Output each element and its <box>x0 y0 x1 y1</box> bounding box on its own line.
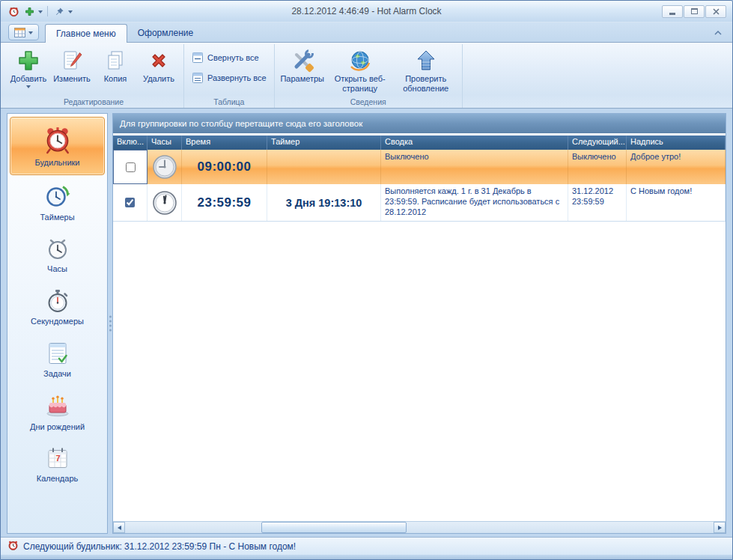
scrollbar-thumb[interactable] <box>261 522 407 533</box>
column-header-summary[interactable]: Сводка <box>381 136 568 150</box>
window-frame-bottom <box>1 555 732 559</box>
sidebar-item-label: Таймеры <box>40 213 74 222</box>
pin-icon <box>55 7 64 16</box>
status-bar: Следующий будильник: 31.12.2012 23:59:59… <box>1 537 732 555</box>
collapse-all-label: Свернуть все <box>207 53 259 62</box>
sidebar-item-clocks[interactable]: Часы <box>10 229 105 280</box>
close-icon <box>713 8 720 15</box>
quick-add-button[interactable] <box>22 4 36 18</box>
alarm-1-enabled-checkbox[interactable] <box>126 162 136 172</box>
app-icon <box>7 4 20 18</box>
sidebar-item-birthdays[interactable]: Дни рождений <box>10 386 105 437</box>
alarm-2-clock-cell <box>147 184 182 221</box>
tab-appearance[interactable]: Оформление <box>127 24 204 42</box>
splitter-grip-icon <box>109 314 112 334</box>
column-header-next[interactable]: Следующий... <box>568 136 627 150</box>
triangle-left-icon <box>115 526 121 530</box>
ribbon-tab-row: Главное меню Оформление <box>1 22 732 43</box>
status-text: Следующий будильник: 31.12.2012 23:59:59… <box>23 541 296 552</box>
sidebar-item-label: Дни рождений <box>30 422 85 431</box>
birthday-cake-icon <box>45 393 70 420</box>
alarm-1-timer <box>267 150 381 184</box>
alarm-2-enabled-checkbox[interactable] <box>125 198 135 207</box>
add-icon <box>17 47 40 74</box>
sidebar-item-calendar[interactable]: 7 Календарь <box>10 439 105 490</box>
chevron-down-icon[interactable] <box>38 10 43 16</box>
chevron-down-icon <box>26 85 31 91</box>
edit-button[interactable]: Изменить <box>50 46 94 97</box>
alarm-2-caption: С Новым годом! <box>627 184 726 221</box>
svg-text:7: 7 <box>55 454 60 463</box>
group-label-info: Сведения <box>275 97 462 106</box>
sidebar-item-alarms[interactable]: Будильники <box>10 117 105 175</box>
maximize-icon <box>691 8 698 14</box>
tab-main-menu[interactable]: Главное меню <box>45 24 127 43</box>
expand-all-button[interactable]: Развернуть все <box>192 72 267 84</box>
application-menu-button[interactable] <box>8 24 39 40</box>
alarm-2-summary: Выполняется кажд. 1 г. в 31 Декабрь в 23… <box>381 184 568 221</box>
alarm-row-1[interactable]: 09:00:00 Выключено Выключено Доброе утро… <box>113 150 726 184</box>
collapse-all-icon <box>192 52 204 64</box>
expand-all-label: Развернуть все <box>207 73 267 82</box>
ribbon-group-table: Свернуть все Развернуть все Таблица <box>184 44 275 108</box>
tasks-icon <box>46 341 69 367</box>
check-update-button[interactable]: Проверить обновление <box>393 46 459 97</box>
parameters-label: Параметры <box>280 74 324 84</box>
sidebar: Будильники Таймеры Часы Секундомеры <box>7 113 108 534</box>
sidebar-item-tasks[interactable]: Задачи <box>10 334 105 385</box>
group-label-editing: Редактирование <box>4 97 183 106</box>
chevron-down-icon[interactable] <box>68 10 73 16</box>
maximize-button[interactable] <box>684 5 705 18</box>
delete-button[interactable]: Удалить <box>137 46 180 97</box>
alarm-2-next: 31.12.2012 23:59:59 <box>568 184 627 221</box>
hot-alarm-clock-window: 28.12.2012 4:46:49 - Hot Alarm Clock Гла… <box>0 0 733 560</box>
tools-icon <box>291 47 314 74</box>
horizontal-scrollbar[interactable] <box>113 521 726 533</box>
expand-all-icon <box>192 72 204 84</box>
collapse-all-button[interactable]: Свернуть все <box>192 52 267 64</box>
close-button[interactable] <box>705 5 726 18</box>
copy-button[interactable]: Копия <box>94 46 137 97</box>
scroll-left-button[interactable] <box>113 522 125 533</box>
parameters-button[interactable]: Параметры <box>278 46 327 97</box>
open-web-page-label: Открыть веб-страницу <box>327 74 393 93</box>
alarm-2-enabled-cell <box>113 184 147 221</box>
alarm-1-next: Выключено <box>568 150 627 184</box>
alarm-1-enabled-cell <box>113 150 147 184</box>
grid-empty-area <box>113 222 726 521</box>
open-web-page-button[interactable]: Открыть веб-страницу <box>327 46 393 97</box>
add-button-label: Добавить <box>10 74 47 84</box>
column-header-time[interactable]: Время <box>182 136 267 150</box>
workspace: Будильники Таймеры Часы Секундомеры <box>1 109 732 537</box>
alarm-1-clock-cell <box>147 150 182 184</box>
alarms-grid-panel: Для группировки по столбцу перетащите сю… <box>112 113 726 534</box>
alarm-1-summary: Выключено <box>381 150 568 184</box>
column-header-caption[interactable]: Надпись <box>627 136 726 150</box>
minimize-button[interactable] <box>662 5 683 18</box>
add-button[interactable]: Добавить <box>7 46 50 97</box>
sidebar-item-timers[interactable]: Таймеры <box>10 177 105 228</box>
copy-icon <box>104 47 127 74</box>
sidebar-splitter[interactable] <box>108 113 112 534</box>
app-menu-icon <box>14 28 25 37</box>
column-header-timer[interactable]: Таймер <box>267 136 381 150</box>
collapse-ribbon-button[interactable] <box>711 27 725 39</box>
alarm-row-2[interactable]: 23:59:59 3 Дня 19:13:10 Выполняется кажд… <box>113 184 726 222</box>
delete-icon <box>147 47 170 74</box>
alarm-clock-icon <box>43 126 72 156</box>
alarm-2-timer: 3 Дня 19:13:10 <box>267 184 381 221</box>
column-header-enabled[interactable]: Вклю... <box>113 136 147 150</box>
scroll-right-button[interactable] <box>714 522 726 533</box>
scrollbar-track[interactable] <box>125 522 714 533</box>
edit-icon <box>61 47 83 74</box>
chevron-up-icon <box>714 31 722 35</box>
group-by-box[interactable]: Для группировки по столбцу перетащите сю… <box>113 114 726 133</box>
pin-button[interactable] <box>52 4 66 18</box>
edit-button-label: Изменить <box>53 74 91 84</box>
alarm-1-time: 09:00:00 <box>182 150 267 184</box>
clock-face-disabled-icon <box>151 153 178 180</box>
column-header-clock[interactable]: Часы <box>147 136 182 150</box>
window-controls <box>662 5 726 18</box>
ribbon-group-editing: Добавить Изменить Копия <box>4 44 184 108</box>
sidebar-item-stopwatches[interactable]: Секундомеры <box>10 281 105 332</box>
